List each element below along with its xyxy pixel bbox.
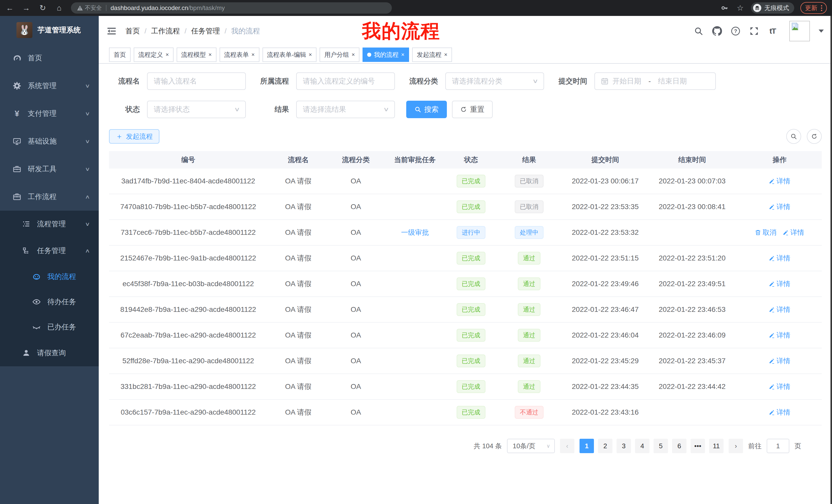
edit-icon <box>769 358 775 364</box>
page-button-3[interactable]: 3 <box>617 439 631 453</box>
result-tag: 已取消 <box>515 200 544 213</box>
home-icon[interactable]: ⌂ <box>54 4 64 12</box>
page-button-2[interactable]: 2 <box>598 439 613 453</box>
cell-current-task: 一级审批 <box>383 220 447 245</box>
search-icon[interactable] <box>694 26 703 36</box>
tab-1[interactable]: 流程定义× <box>134 48 174 62</box>
sidebar-item-infra[interactable]: 基础设施 ∨ <box>0 128 99 155</box>
jump-page-input[interactable]: 1 <box>767 439 789 453</box>
app-logo[interactable]: 🐰 芋道管理系统 <box>0 16 99 44</box>
help-icon[interactable]: ? <box>731 26 740 36</box>
search-button[interactable]: 搜索 <box>406 101 447 118</box>
sidebar-item-workflow[interactable]: 工作流程 ∧ <box>0 183 99 211</box>
filter-result-label: 结果 <box>251 105 289 114</box>
close-icon[interactable]: × <box>352 52 355 58</box>
tab-0[interactable]: 首页 <box>109 48 131 62</box>
fullscreen-icon[interactable] <box>749 26 759 36</box>
page-button-5[interactable]: 5 <box>654 439 668 453</box>
tab-7[interactable]: 发起流程× <box>412 48 452 62</box>
sidebar-item-leave-query[interactable]: 请假查询 <box>0 340 99 366</box>
result-tag: 通过 <box>518 329 541 342</box>
address-bar[interactable]: 不安全 dashboard.yudao.iocoder.cn/bpm/task/… <box>71 2 392 13</box>
tab-2[interactable]: 流程模型× <box>177 48 216 62</box>
detail-link[interactable]: 详情 <box>769 202 790 212</box>
status-tag: 已完成 <box>457 303 486 316</box>
page-button-4[interactable]: 4 <box>635 439 649 453</box>
detail-link[interactable]: 详情 <box>769 254 790 263</box>
page-size-select[interactable]: 10条/页 ∨ <box>507 439 555 453</box>
sidebar-item-process-mgmt[interactable]: 流程管理 ∨ <box>0 211 99 237</box>
process-name-input[interactable]: 请输入流程名 <box>147 73 246 90</box>
avatar[interactable] <box>789 21 810 41</box>
page-button-6[interactable]: 6 <box>672 439 686 453</box>
table-row: 7470a810-7b9b-11ec-b5b7-acde48001122OA 请… <box>109 194 822 220</box>
breadcrumb-workflow[interactable]: 工作流程 <box>151 26 180 36</box>
show-search-button[interactable] <box>786 129 801 144</box>
tab-5[interactable]: 用户分组× <box>319 48 359 62</box>
sidebar-item-payment[interactable]: ¥ 支付管理 ∨ <box>0 100 99 128</box>
close-icon[interactable]: × <box>209 52 212 58</box>
page-button-•••[interactable]: ••• <box>691 439 705 453</box>
logo-avatar: 🐰 <box>17 22 32 38</box>
detail-link[interactable]: 详情 <box>769 279 790 288</box>
sidebar-fold-icon[interactable] <box>107 26 116 36</box>
close-icon[interactable]: × <box>444 52 447 58</box>
task-link[interactable]: 一级审批 <box>401 228 429 237</box>
category-select[interactable]: 请选择流程分类∨ <box>445 73 544 90</box>
cell-status: 已完成 <box>447 297 495 323</box>
prev-page-button[interactable]: ‹ <box>560 439 574 453</box>
breadcrumb-task-mgmt[interactable]: 任务管理 <box>191 26 220 36</box>
tab-4[interactable]: 流程表单-编辑× <box>262 48 317 62</box>
close-icon[interactable]: × <box>165 52 169 58</box>
submit-time-range-picker[interactable]: 开始日期 - 结束日期 <box>594 73 716 90</box>
avatar-caret-icon[interactable] <box>818 30 824 35</box>
detail-link[interactable]: 详情 <box>769 331 790 340</box>
tab-3[interactable]: 流程表单× <box>219 48 259 62</box>
page-button-1[interactable]: 1 <box>579 439 594 453</box>
forward-icon[interactable]: → <box>22 4 31 12</box>
bookmark-star-icon[interactable]: ☆ <box>735 4 745 12</box>
tab-6[interactable]: 我的流程× <box>363 48 409 62</box>
close-icon[interactable]: × <box>401 52 405 58</box>
sidebar-item-my-process[interactable]: 我的流程 <box>0 264 99 289</box>
detail-link[interactable]: 详情 <box>769 408 790 417</box>
toolbox-icon <box>12 165 22 173</box>
close-icon[interactable]: × <box>309 52 312 58</box>
not-secure-warning[interactable]: 不安全 <box>77 4 102 12</box>
sidebar-item-todo-tasks[interactable]: 待办任务 <box>0 289 99 314</box>
sidebar-item-home[interactable]: 首页 <box>0 44 99 72</box>
close-icon[interactable]: × <box>252 52 255 58</box>
detail-link[interactable]: 详情 <box>769 176 790 186</box>
back-icon[interactable]: ← <box>5 4 15 12</box>
font-size-icon[interactable]: tT <box>768 26 778 36</box>
sidebar-item-system[interactable]: 系统管理 ∨ <box>0 72 99 100</box>
sidebar-item-task-mgmt[interactable]: 任务管理 ∧ <box>0 237 99 264</box>
breadcrumb-home[interactable]: 首页 <box>126 26 140 36</box>
browser-menu-icon[interactable] <box>821 5 822 11</box>
next-page-button[interactable]: › <box>729 439 743 453</box>
cancel-link[interactable]: 取消 <box>755 228 777 237</box>
detail-link[interactable]: 详情 <box>769 305 790 314</box>
reset-button[interactable]: 重置 <box>452 101 493 118</box>
cell-operations: 详情 <box>737 245 822 271</box>
github-icon[interactable] <box>712 26 722 36</box>
detail-link[interactable]: 详情 <box>783 228 804 237</box>
start-process-button[interactable]: ＋ 发起流程 <box>109 129 159 144</box>
browser-update-button[interactable]: 更新 <box>800 2 827 14</box>
sidebar-item-devtools[interactable]: 研发工具 ∨ <box>0 155 99 183</box>
reload-icon[interactable]: ↻ <box>38 4 47 12</box>
result-select[interactable]: 请选择流结果∨ <box>296 101 395 118</box>
refresh-table-button[interactable] <box>807 129 822 144</box>
window-scrollbar[interactable] <box>830 16 832 504</box>
detail-link[interactable]: 详情 <box>769 382 790 391</box>
status-select[interactable]: 请选择状态∨ <box>147 101 246 118</box>
parent-process-input[interactable]: 请输入流程定义的编号 <box>296 73 395 90</box>
chevron-down-icon: ∨ <box>85 221 90 227</box>
page-button-11[interactable]: 11 <box>709 439 724 453</box>
detail-link[interactable]: 详情 <box>769 356 790 366</box>
status-tag: 已完成 <box>457 380 486 393</box>
tree-icon <box>22 247 31 255</box>
sidebar-item-done-tasks[interactable]: 已办任务 <box>0 314 99 340</box>
password-key-icon[interactable] <box>720 3 729 13</box>
chevron-down-icon: ∨ <box>85 138 90 144</box>
